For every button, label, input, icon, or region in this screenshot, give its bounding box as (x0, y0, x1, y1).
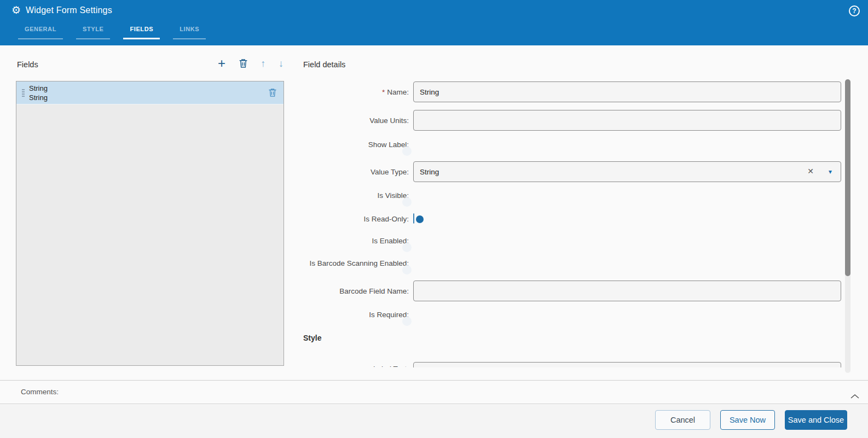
list-item-string[interactable]: String String (16, 81, 283, 104)
fields-toolbar: + ↑ ↓ (218, 57, 283, 70)
is-visible-row: Is Visible: (303, 191, 841, 200)
footer-buttons: Cancel Save Now Save and Close (655, 410, 847, 430)
is-required-label: Is Required: (303, 311, 413, 319)
style-section-title: Style (303, 334, 321, 342)
footer-bar: Cancel Save Now Save and Close (0, 405, 868, 438)
value-units-input[interactable] (413, 110, 841, 131)
widget-form-settings-dialog: ⚙ Widget Form Settings ? GENERAL STYLE F… (0, 0, 868, 438)
settings-gear-icon: ⚙ (11, 5, 21, 15)
fields-panel-title: Fields (17, 60, 38, 69)
name-label: *Name: (303, 88, 413, 96)
form-scrollbar-thumb[interactable] (845, 79, 850, 276)
name-input[interactable] (413, 81, 841, 102)
add-field-icon[interactable]: + (218, 57, 225, 70)
barcode-field-name-input[interactable] (413, 281, 841, 301)
is-read-only-label: Is Read-Only: (303, 215, 413, 223)
tab-fields[interactable]: FIELDS (123, 26, 160, 39)
drag-handle-icon[interactable] (22, 89, 25, 97)
is-read-only-toggle[interactable] (413, 213, 414, 224)
tab-general[interactable]: GENERAL (18, 26, 63, 39)
move-up-icon[interactable]: ↑ (261, 59, 265, 68)
chevron-up-icon[interactable] (850, 392, 860, 401)
barcode-field-name-row: Barcode Field Name: (303, 281, 841, 301)
move-down-icon[interactable]: ↓ (279, 59, 283, 68)
is-visible-label: Is Visible: (303, 191, 413, 200)
name-row: *Name: (303, 81, 841, 102)
clear-icon[interactable]: ✕ (807, 167, 814, 176)
page-title: Widget Form Settings (26, 5, 112, 15)
label-text-label: Label Text: (373, 365, 409, 367)
tab-bar: GENERAL STYLE FIELDS LINKS (18, 26, 206, 39)
value-type-row: Value Type: ✕ ▾ (303, 161, 841, 182)
help-icon[interactable]: ? (849, 5, 860, 16)
fields-list: String String (16, 81, 284, 366)
list-item-label: String String (29, 84, 48, 102)
delete-field-icon[interactable] (239, 59, 248, 68)
save-now-button[interactable]: Save Now (720, 410, 775, 430)
tab-links[interactable]: LINKS (173, 26, 206, 39)
tab-style[interactable]: STYLE (76, 26, 110, 39)
field-details-form: *Name: Value Units: Show Label: Value Ty… (303, 57, 841, 367)
label-text-input[interactable] (413, 362, 841, 367)
save-and-close-button[interactable]: Save and Close (785, 410, 847, 430)
label-text-row-clipped: Label Text: (303, 358, 841, 367)
chevron-down-icon[interactable]: ▾ (829, 168, 832, 176)
header-bar: ⚙ Widget Form Settings ? GENERAL STYLE F… (0, 0, 868, 45)
value-type-label: Value Type: (303, 168, 413, 176)
is-barcode-scanning-row: Is Barcode Scanning Enabled: (303, 259, 841, 267)
is-read-only-row: Is Read-Only: (303, 214, 841, 224)
item-delete-icon[interactable] (268, 88, 277, 100)
value-units-row: Value Units: (303, 110, 841, 131)
value-units-label: Value Units: (303, 116, 413, 125)
comments-label: Comments: (21, 388, 59, 396)
cancel-button[interactable]: Cancel (655, 410, 710, 430)
form-scrollbar-track[interactable] (845, 79, 850, 373)
show-label-label: Show Label: (303, 141, 413, 149)
is-barcode-scanning-label: Is Barcode Scanning Enabled: (303, 259, 413, 267)
show-label-row: Show Label: (303, 141, 841, 149)
required-marker: * (382, 88, 385, 96)
is-enabled-row: Is Enabled: (303, 237, 841, 245)
is-required-row: Is Required: (303, 311, 841, 319)
barcode-field-name-label: Barcode Field Name: (303, 287, 413, 295)
comments-bar[interactable]: Comments: (0, 380, 868, 404)
title-row: ⚙ Widget Form Settings (11, 5, 112, 15)
is-enabled-label: Is Enabled: (303, 237, 413, 245)
value-type-select[interactable] (413, 161, 841, 182)
